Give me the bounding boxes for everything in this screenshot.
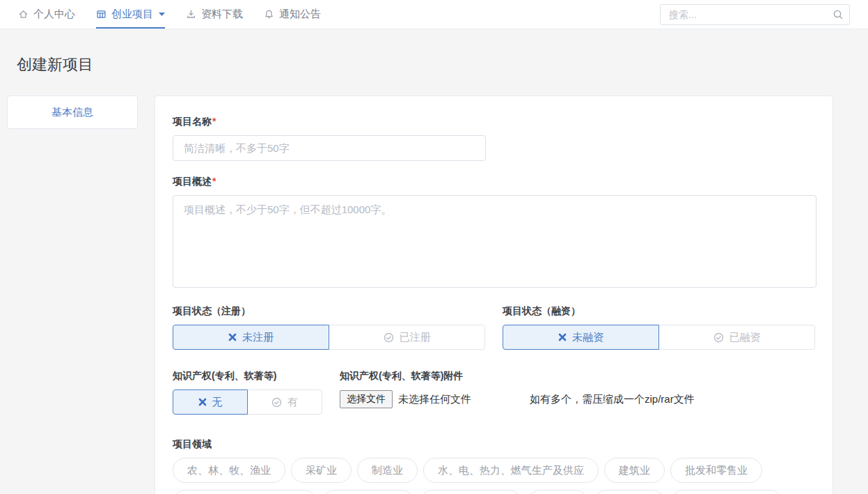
x-icon — [198, 398, 207, 406]
search-input[interactable] — [660, 4, 850, 25]
ip-attachment-field: 知识产权(专利、软著等)附件 选择文件 未选择任何文件 如有多个，需压缩成一个z… — [340, 370, 695, 415]
nav-item-notices[interactable]: 通知公告 — [264, 0, 321, 29]
file-status-text: 未选择任何文件 — [398, 393, 471, 406]
toggle-registered[interactable]: 已注册 — [329, 325, 485, 350]
project-field-label: 项目领域 — [173, 438, 815, 451]
status-funding-field: 项目状态（融资） 未融资 已融资 — [503, 305, 815, 350]
project-overview-field: 项目概述* — [173, 176, 815, 291]
check-circle-icon — [271, 397, 282, 408]
search-icon[interactable] — [833, 9, 844, 23]
caret-down-icon — [159, 13, 165, 16]
field-pill[interactable]: 住宿和餐饮业 — [322, 490, 414, 494]
ip-attachment-label: 知识产权(专利、软著等)附件 — [340, 370, 695, 383]
sidebar-item-basic-info[interactable]: 基本信息 — [7, 95, 138, 129]
x-icon — [228, 333, 237, 341]
field-pill[interactable]: 信息技术服务业 — [420, 490, 522, 494]
status-register-label: 项目状态（注册） — [173, 305, 485, 318]
bell-icon — [264, 9, 274, 20]
project-name-input[interactable] — [173, 135, 486, 161]
table-icon — [96, 9, 106, 20]
required-asterisk: * — [212, 116, 216, 127]
nav-item-startup-projects[interactable]: 创业项目 — [96, 0, 165, 29]
status-funding-label: 项目状态（融资） — [503, 305, 815, 318]
field-pill[interactable]: 金融业 — [528, 490, 588, 494]
sidebar-item-label: 基本信息 — [52, 106, 93, 118]
nav-item-label: 创业项目 — [111, 8, 153, 21]
field-pill[interactable]: 采矿业 — [291, 458, 352, 483]
toggle-ip-has[interactable]: 有 — [247, 389, 322, 415]
field-pill[interactable]: 制造业 — [357, 458, 418, 483]
check-circle-icon — [713, 332, 724, 343]
status-register-field: 项目状态（注册） 未注册 已注册 — [173, 305, 485, 350]
toggle-label: 未融资 — [572, 331, 603, 344]
file-input-row: 选择文件 未选择任何文件 如有多个，需压缩成一个zip/rar文件 — [340, 390, 695, 408]
download-icon — [186, 9, 196, 20]
field-pill[interactable]: 房地产业 — [594, 490, 665, 494]
ip-field: 知识产权(专利、软著等) 无 有 — [173, 370, 340, 415]
nav-item-label: 个人中心 — [33, 8, 75, 21]
toggle-funded[interactable]: 已融资 — [658, 325, 815, 350]
nav-item-label: 资料下载 — [201, 8, 243, 21]
file-note-text: 如有多个，需压缩成一个zip/rar文件 — [530, 393, 695, 406]
project-name-field: 项目名称* — [173, 116, 815, 161]
project-field-section: 项目领域 农、林、牧、渔业 采矿业 制造业 水、电、热力、燃气生产及供应 建筑业… — [173, 438, 815, 494]
project-overview-textarea[interactable] — [173, 195, 816, 288]
toggle-not-funded[interactable]: 未融资 — [503, 325, 659, 350]
toggle-label: 无 — [212, 396, 223, 409]
page-title: 创建新项目 — [17, 54, 868, 75]
toggle-label: 有 — [287, 396, 298, 409]
project-status-row: 项目状态（注册） 未注册 已注册 — [173, 305, 815, 350]
status-register-toggle-group: 未注册 已注册 — [173, 325, 485, 350]
toggle-label: 已注册 — [400, 331, 431, 344]
field-pill[interactable]: 建筑业 — [604, 458, 665, 483]
ip-label: 知识产权(专利、软著等) — [173, 370, 340, 383]
field-pill[interactable]: 批发和零售业 — [670, 458, 762, 483]
toggle-label: 未注册 — [242, 331, 274, 344]
toggle-ip-none[interactable]: 无 — [173, 389, 248, 415]
check-circle-icon — [384, 332, 394, 343]
project-field-options: 农、林、牧、渔业 采矿业 制造业 水、电、热力、燃气生产及供应 建筑业 批发和零… — [173, 458, 827, 494]
nav-item-personal-center[interactable]: 个人中心 — [18, 0, 75, 29]
required-asterisk: * — [212, 176, 216, 187]
ip-toggle-group: 无 有 — [173, 389, 322, 415]
form-panel: 项目名称* 项目概述* 项目状态（注册） 未注册 — [155, 95, 833, 494]
search-box — [660, 4, 850, 25]
project-name-label: 项目名称* — [173, 116, 815, 128]
field-pill[interactable]: 交通运输、仓储和物流业 — [173, 490, 317, 494]
field-pill[interactable]: 水、电、热力、燃气生产及供应 — [423, 458, 599, 483]
choose-file-button[interactable]: 选择文件 — [340, 390, 393, 408]
main-layout: 基本信息 项目名称* 项目概述* 项目状态（注册） — [0, 95, 868, 494]
field-pill[interactable]: 租赁和商务服务业 — [670, 490, 783, 494]
field-pill[interactable]: 农、林、牧、渔业 — [173, 458, 285, 483]
project-overview-label: 项目概述* — [173, 176, 815, 188]
x-icon — [558, 333, 567, 341]
nav-item-label: 通知公告 — [279, 8, 321, 21]
toggle-label: 已融资 — [729, 331, 761, 344]
status-funding-toggle-group: 未融资 已融资 — [503, 325, 815, 350]
sidebar: 基本信息 — [7, 95, 138, 494]
home-icon — [18, 9, 29, 20]
toggle-not-registered[interactable]: 未注册 — [173, 325, 329, 350]
nav-item-downloads[interactable]: 资料下载 — [186, 0, 243, 29]
ip-row: 知识产权(专利、软著等) 无 有 — [173, 370, 815, 415]
top-navbar: 个人中心 创业项目 资料下载 通知公告 — [0, 0, 868, 29]
